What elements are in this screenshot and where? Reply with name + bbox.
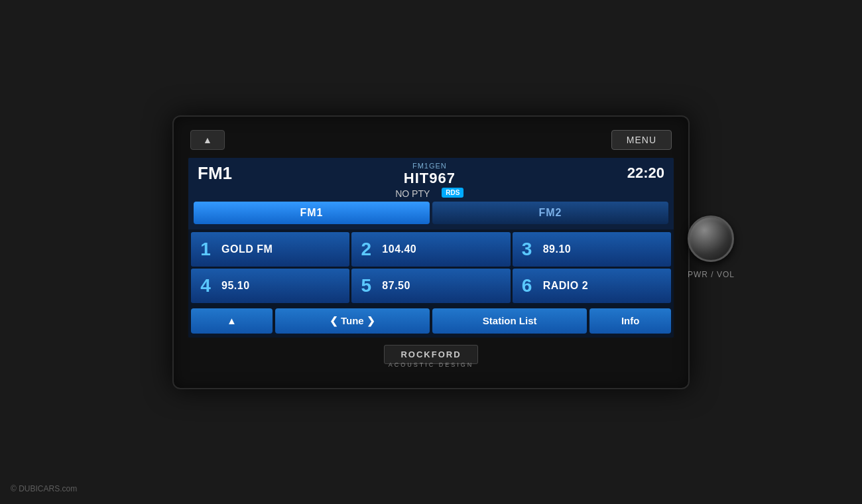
- station-pty: NO PTY: [395, 188, 430, 199]
- car-unit: ▲ MENU FM1 FM1GEN HIT967 NO PTY RDS 22:2…: [172, 115, 690, 389]
- preset-station-2: 104.40: [382, 243, 416, 255]
- preset-number-6: 6: [518, 277, 536, 295]
- volume-knob[interactable]: [688, 216, 734, 262]
- preset-number-5: 5: [357, 277, 375, 295]
- rds-badge: RDS: [442, 188, 463, 198]
- preset-button-3[interactable]: 389.10: [513, 232, 671, 267]
- watermark: © DUBICARS.com: [11, 484, 77, 493]
- preset-number-1: 1: [196, 240, 215, 259]
- up-arrow-button[interactable]: ▲: [191, 308, 273, 334]
- pwr-vol-label: PWR / VOL: [688, 270, 735, 279]
- station-name: HIT967: [239, 170, 621, 187]
- preset-button-2[interactable]: 2104.40: [351, 232, 510, 267]
- station-list-button[interactable]: Station List: [432, 308, 587, 334]
- preset-button-4[interactable]: 495.10: [191, 269, 349, 303]
- clock: 22:20: [627, 164, 664, 182]
- station-info: FM1GEN HIT967 NO PTY RDS: [232, 162, 627, 199]
- tune-button[interactable]: ❮ Tune ❯: [275, 308, 430, 334]
- presets-grid: 1GOLD FM2104.40389.10495.10587.506RADIO …: [188, 229, 674, 306]
- fm-label: FM1: [198, 164, 232, 182]
- brand-label: ROCKFORD ACOUSTIC DESIGN: [384, 348, 477, 368]
- preset-station-1: GOLD FM: [221, 243, 273, 255]
- preset-station-4: 95.10: [221, 280, 250, 292]
- preset-number-2: 2: [357, 240, 375, 259]
- preset-station-5: 87.50: [382, 280, 410, 292]
- preset-number-3: 3: [518, 240, 536, 259]
- preset-button-1[interactable]: 1GOLD FM: [191, 232, 349, 267]
- info-button[interactable]: Info: [589, 308, 671, 334]
- preset-button-5[interactable]: 587.50: [351, 269, 510, 303]
- top-bar: ▲ MENU: [187, 130, 675, 150]
- screen-header: FM1 FM1GEN HIT967 NO PTY RDS 22:20: [188, 158, 674, 202]
- tab-fm2[interactable]: FM2: [432, 202, 668, 224]
- brand-bar: ROCKFORD ACOUSTIC DESIGN: [187, 348, 675, 368]
- tab-fm1[interactable]: FM1: [194, 202, 430, 224]
- menu-button[interactable]: MENU: [611, 130, 672, 150]
- bottom-controls: ▲ ❮ Tune ❯ Station List Info: [188, 306, 674, 338]
- right-controls: PWR / VOL: [688, 216, 735, 279]
- preset-button-6[interactable]: 6RADIO 2: [513, 269, 671, 303]
- station-freq-small: FM1GEN: [239, 162, 621, 170]
- preset-number-4: 4: [196, 277, 215, 295]
- tabs-bar: FM1 FM2: [188, 202, 674, 229]
- eject-button[interactable]: ▲: [190, 130, 225, 150]
- screen: FM1 FM1GEN HIT967 NO PTY RDS 22:20 FM1 F…: [187, 157, 675, 339]
- screen-wrapper: FM1 FM1GEN HIT967 NO PTY RDS 22:20 FM1 F…: [187, 157, 675, 339]
- brand-sub: ACOUSTIC DESIGN: [384, 361, 477, 368]
- preset-station-6: RADIO 2: [543, 280, 588, 292]
- preset-station-3: 89.10: [543, 243, 572, 255]
